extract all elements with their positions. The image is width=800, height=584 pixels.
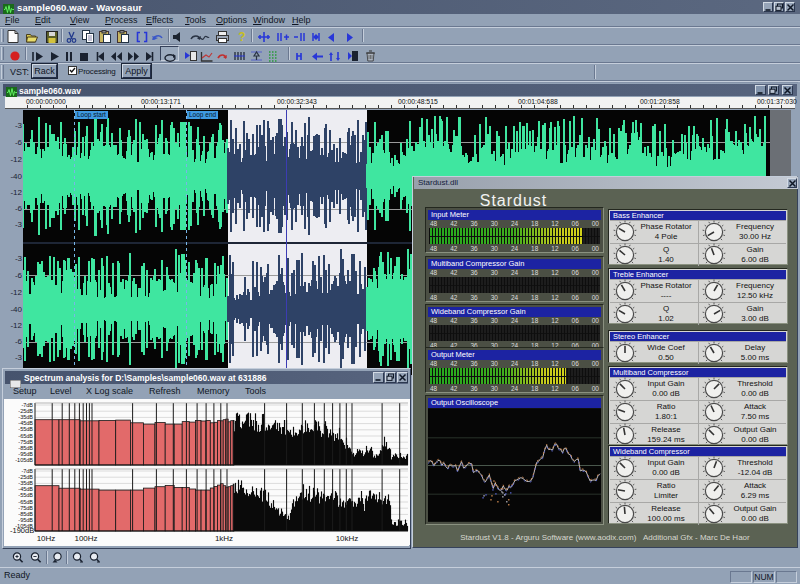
svg-text:-55dB: -55dB xyxy=(18,426,33,432)
svg-text:-35dB: -35dB xyxy=(18,414,33,420)
svg-text:-7dB: -7dB xyxy=(21,468,33,474)
svg-text:?: ? xyxy=(238,30,245,43)
svg-text:100Hz: 100Hz xyxy=(74,534,97,543)
svg-text:-75dB: -75dB xyxy=(18,439,33,445)
svg-text:-65dB: -65dB xyxy=(18,499,33,505)
svg-text:-25dB: -25dB xyxy=(18,474,33,480)
svg-text:-85dB: -85dB xyxy=(18,445,33,451)
svg-text:-45dB: -45dB xyxy=(18,486,33,492)
svg-text:-190dB: -190dB xyxy=(10,526,34,535)
svg-text:10kHz: 10kHz xyxy=(336,534,359,543)
svg-text:-7dB: -7dB xyxy=(21,402,33,408)
svg-text:1kHz: 1kHz xyxy=(215,534,233,543)
svg-text:10Hz: 10Hz xyxy=(37,534,56,543)
svg-text:-65dB: -65dB xyxy=(18,433,33,439)
svg-text:-45dB: -45dB xyxy=(18,420,33,426)
svg-text:-95dB: -95dB xyxy=(18,517,33,523)
svg-text:-25dB: -25dB xyxy=(18,408,33,414)
svg-text:-95dB: -95dB xyxy=(18,451,33,457)
svg-text:-55dB: -55dB xyxy=(18,492,33,498)
svg-text:-35dB: -35dB xyxy=(18,480,33,486)
svg-text:-105dB: -105dB xyxy=(15,457,33,463)
svg-text:-85dB: -85dB xyxy=(18,511,33,517)
svg-text:-75dB: -75dB xyxy=(18,505,33,511)
